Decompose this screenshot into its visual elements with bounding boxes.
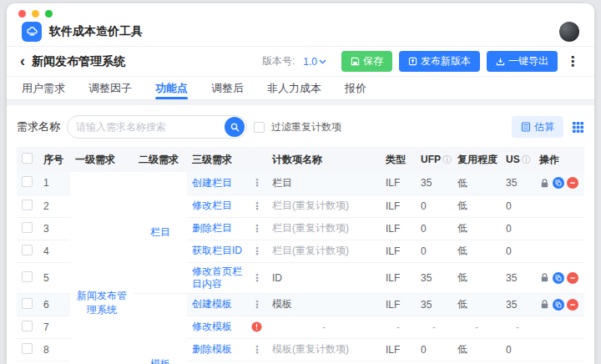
row-menu-icon[interactable]: ⋮ — [252, 299, 262, 311]
row-checkbox[interactable] — [22, 298, 33, 309]
window-chrome — [7, 3, 594, 17]
ufp-value: 35 — [416, 361, 452, 364]
close-icon[interactable] — [18, 10, 26, 18]
ufp-value: 0 — [416, 338, 452, 361]
row-checkbox[interactable] — [22, 222, 33, 233]
row-checkbox[interactable] — [22, 321, 33, 331]
user-avatar[interactable] — [559, 22, 579, 42]
lock-icon[interactable] — [539, 178, 550, 189]
row-menu-icon[interactable]: ⋮ — [252, 245, 262, 257]
reuse-level: 低 — [452, 195, 501, 217]
reuse-level: 低 — [452, 338, 501, 361]
publish-label: 发布新版本 — [421, 54, 471, 68]
level3-requirement-link[interactable]: 修改模板 — [192, 321, 232, 333]
copy-icon[interactable] — [553, 272, 564, 284]
row-menu-icon[interactable]: ⋮ — [252, 223, 262, 235]
estimate-button[interactable]: 估算 — [512, 116, 563, 138]
select-all-checkbox[interactable] — [22, 153, 33, 164]
tab-function-points[interactable]: 功能点 — [155, 77, 188, 99]
reuse-level: 低 — [452, 361, 501, 364]
search-icon — [230, 123, 240, 132]
level3-requirement-link[interactable]: 创建模板 — [192, 298, 232, 311]
tab-user-requirements[interactable]: 用户需求 — [22, 77, 65, 99]
row-index: 9 — [38, 361, 70, 364]
lock-icon[interactable] — [539, 299, 550, 310]
ufp-value: 35 — [416, 262, 452, 293]
save-button[interactable]: 保存 — [341, 51, 392, 72]
copy-icon[interactable] — [553, 299, 564, 311]
fp-type: ILF — [381, 293, 416, 316]
level3-requirement-link[interactable]: 删除栏目 — [192, 222, 232, 235]
app-window: 软件成本造价工具 ‹ 新闻发布管理系统 版本号: 1.0 保存 发布新版本 一键… — [7, 3, 594, 364]
filter-duplicates-checkbox[interactable] — [254, 122, 265, 133]
table-header-row: 序号 一级需求 二级需求 三级需求 计数项名称 类型 UFPⓘ 复用程度 USⓘ… — [17, 147, 584, 172]
zoom-icon[interactable] — [45, 10, 53, 18]
row-menu-icon[interactable]: ⋮ — [252, 272, 262, 284]
app-title: 软件成本造价工具 — [49, 24, 143, 39]
version-select[interactable]: 1.0 — [303, 56, 326, 68]
app-header: 软件成本造价工具 — [7, 17, 594, 47]
search-input-wrap — [67, 115, 247, 139]
warning-icon[interactable] — [251, 321, 262, 332]
row-menu-icon[interactable]: ⋮ — [252, 344, 262, 356]
us-value: 35 — [501, 293, 534, 316]
fp-type: ILF — [381, 217, 416, 240]
level3-requirement-link[interactable]: 修改首页栏目内容 — [192, 265, 250, 291]
row-menu-icon[interactable]: ⋮ — [252, 200, 262, 212]
level1-requirement: 新闻发布管理系统 — [70, 172, 134, 364]
level3-requirement-link[interactable]: 创建栏目 — [192, 177, 232, 190]
level3-requirement-link[interactable]: 修改栏目 — [192, 200, 232, 212]
row-checkbox[interactable] — [22, 200, 33, 210]
col-no: 序号 — [38, 147, 70, 172]
ufp-value: 0 — [416, 195, 452, 217]
col-us: US — [506, 154, 520, 165]
project-title: 新闻发布管理系统 — [32, 54, 125, 69]
calculator-icon — [521, 122, 531, 132]
row-checkbox[interactable] — [22, 176, 33, 187]
ufp-value: 35 — [416, 293, 452, 316]
reuse-level: 低 — [452, 293, 501, 316]
tab-bar: 用户需求 调整因子 功能点 调整后 非人力成本 报价 — [7, 77, 594, 100]
search-bar: 需求名称 过滤重复计数项 估算 — [17, 112, 584, 142]
count-item-name: ID — [267, 262, 381, 293]
row-checkbox[interactable] — [22, 271, 33, 282]
estimate-label: 估算 — [534, 120, 554, 134]
back-icon[interactable]: ‹ — [20, 53, 25, 68]
export-button[interactable]: 一键导出 — [487, 51, 558, 72]
info-icon[interactable]: ⓘ — [522, 154, 531, 166]
fp-type: ILF — [381, 361, 416, 364]
delete-icon[interactable] — [567, 177, 578, 189]
us-value: 35 — [501, 172, 534, 195]
column-settings-icon[interactable] — [572, 121, 584, 134]
col-ufp: UFP — [421, 154, 441, 165]
info-icon[interactable]: ⓘ — [442, 154, 452, 166]
row-checkbox[interactable] — [22, 245, 33, 255]
more-menu-icon[interactable]: ⋮ — [564, 53, 581, 69]
tab-quotation[interactable]: 报价 — [345, 77, 366, 99]
row-checkbox[interactable] — [22, 343, 33, 354]
publish-version-button[interactable]: 发布新版本 — [399, 51, 480, 72]
level3-requirement-link[interactable]: 获取栏目ID — [192, 245, 242, 257]
fp-type: ILF — [381, 195, 416, 217]
tab-adjustment-factors[interactable]: 调整因子 — [88, 77, 132, 99]
app-logo-icon — [22, 22, 42, 42]
col-level1: 一级需求 — [70, 147, 134, 172]
row-menu-icon[interactable]: ⋮ — [252, 177, 262, 189]
row-index: 6 — [38, 293, 70, 316]
delete-icon[interactable] — [567, 272, 578, 284]
minimize-icon[interactable] — [32, 10, 39, 18]
lock-icon[interactable] — [539, 272, 550, 283]
row-index: 8 — [38, 338, 70, 361]
level3-requirement-link[interactable]: 删除模板 — [192, 343, 232, 356]
delete-icon[interactable] — [567, 299, 578, 311]
copy-icon[interactable] — [553, 177, 564, 189]
tab-after-adjustment[interactable]: 调整后 — [211, 77, 244, 99]
col-item-name: 计数项名称 — [267, 147, 381, 172]
us-value: 0 — [501, 240, 534, 262]
publish-icon — [408, 57, 417, 66]
count-item-name: 栏目(重复计数项) — [267, 195, 381, 217]
search-button[interactable] — [225, 117, 245, 137]
search-input[interactable] — [76, 121, 225, 133]
filter-duplicates-label: 过滤重复计数项 — [271, 120, 341, 134]
tab-non-labor-cost[interactable]: 非人力成本 — [267, 77, 321, 99]
